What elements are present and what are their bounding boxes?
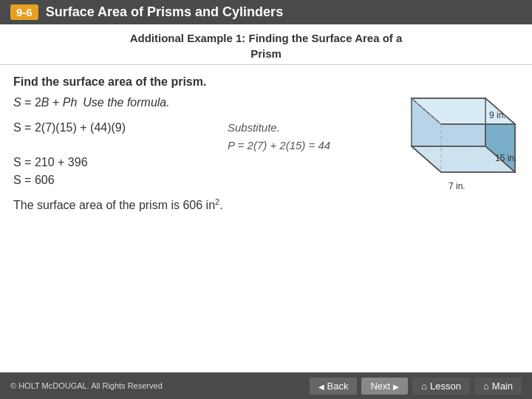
- step-substitute-math: S = 2(7)(15) + (44)(9): [13, 121, 220, 134]
- conclusion-end: .: [219, 199, 222, 211]
- main-button[interactable]: Main: [474, 378, 522, 395]
- lesson-button[interactable]: Lesson: [412, 378, 470, 395]
- main-house-icon: [483, 381, 489, 392]
- prism-svg: 9 in. 15 in. 7 in.: [371, 87, 519, 205]
- find-instruction: Find the surface area of the prism.: [13, 75, 294, 89]
- step-substitute-comment: Substitute.: [228, 121, 280, 134]
- next-button[interactable]: Next: [361, 378, 408, 395]
- back-button[interactable]: Back: [310, 378, 358, 395]
- formula-math: S = 2B + Ph: [13, 96, 77, 109]
- next-arrow-icon: [393, 381, 399, 392]
- back-label: Back: [327, 381, 349, 392]
- header-bar: 9-6 Surface Area of Prisms and Cylinders: [0, 0, 532, 24]
- lesson-label: Lesson: [430, 381, 461, 392]
- svg-text:9 in.: 9 in.: [489, 110, 506, 120]
- lesson-house-icon: [421, 381, 427, 392]
- step-addition-math: S = 210 + 396: [13, 156, 220, 169]
- lesson-badge: 9-6: [10, 4, 38, 20]
- next-label: Next: [370, 381, 390, 392]
- main-label: Main: [492, 381, 513, 392]
- footer-copyright: © HOLT McDOUGAL. All Rights Reserved: [10, 381, 163, 390]
- svg-text:7 in.: 7 in.: [449, 181, 466, 191]
- footer: © HOLT McDOUGAL. All Rights Reserved Bac…: [0, 372, 532, 399]
- back-arrow-icon: [318, 381, 324, 392]
- footer-nav: Back Next Lesson Main: [310, 378, 522, 395]
- subtitle-line2: Prism: [250, 47, 282, 60]
- formula-comment: Use the formula.: [83, 96, 169, 109]
- conclusion-text: The surface area of the prism is 606 in: [13, 199, 215, 211]
- header-title: Surface Area of Prisms and Cylinders: [46, 4, 283, 20]
- subtitle-text: Additional Example 1: Finding the Surfac…: [10, 30, 522, 61]
- svg-text:15 in.: 15 in.: [495, 153, 516, 163]
- subtitle-bar: Additional Example 1: Finding the Surfac…: [0, 24, 532, 65]
- step-result-math: S = 606: [13, 174, 220, 187]
- main-content: 9 in. 15 in. 7 in. Find the surface area…: [0, 65, 532, 218]
- subtitle-line1: Additional Example 1: Finding the Surfac…: [130, 32, 403, 44]
- prism-illustration: 9 in. 15 in. 7 in.: [371, 87, 519, 205]
